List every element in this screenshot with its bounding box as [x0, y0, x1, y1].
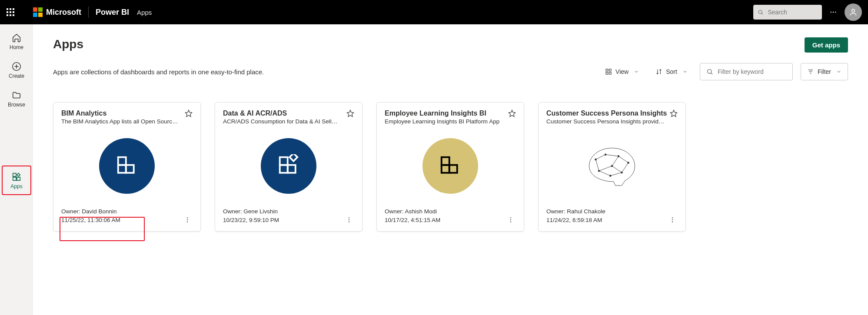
page-title: Apps: [53, 37, 83, 51]
app-timestamp: 10/17/22, 4:51:15 AM: [385, 216, 440, 225]
app-subtitle: Employee Learning Insights BI Platform A…: [385, 118, 506, 125]
app-title: Employee Learning Insights BI: [385, 109, 506, 117]
favorite-button[interactable]: [670, 109, 678, 117]
svg-marker-35: [509, 110, 515, 117]
app-subtitle: The BIM Analytics App lists all Open Sou…: [61, 118, 182, 125]
left-nav: Home Create Browse Apps: [0, 24, 33, 315]
star-icon: [346, 109, 354, 117]
global-search[interactable]: [753, 5, 822, 20]
search-icon: [758, 9, 763, 16]
ellipsis-icon: [829, 8, 837, 16]
app-card[interactable]: BIM Analytics The BIM Analytics App list…: [53, 102, 201, 232]
favorite-button[interactable]: [508, 109, 516, 117]
svg-rect-11: [17, 177, 20, 180]
app-title: Data & AI ACR/ADS: [223, 109, 344, 117]
app-more-button[interactable]: [667, 215, 678, 225]
app-owner: Owner: Gene Livshin: [223, 207, 279, 216]
svg-point-32: [349, 217, 349, 218]
svg-point-62: [672, 219, 673, 220]
ellipsis-vertical-icon: [346, 216, 353, 223]
brain-circuit-icon: [579, 140, 645, 192]
svg-point-2: [831, 12, 831, 13]
waffle-icon: [7, 8, 14, 16]
folder-icon: [12, 90, 21, 100]
svg-line-52: [605, 155, 619, 156]
svg-point-3: [833, 12, 834, 13]
app-card[interactable]: Data & AI ACR/ADS ACR/ADS Consumption fo…: [215, 102, 362, 232]
main-content: Apps Get apps Apps are collections of da…: [33, 24, 868, 315]
nav-apps[interactable]: Apps: [3, 168, 30, 194]
sort-icon: [655, 68, 662, 75]
user-avatar[interactable]: [845, 3, 862, 21]
nav-create-label: Create: [9, 73, 24, 79]
svg-point-0: [758, 10, 762, 14]
search-icon: [706, 68, 713, 75]
svg-rect-12: [606, 69, 608, 71]
app-title: BIM Analytics: [61, 109, 182, 117]
svg-line-1: [762, 13, 763, 15]
svg-rect-15: [609, 72, 611, 74]
product-title[interactable]: Power BI: [96, 8, 129, 17]
app-owner: Owner: Rahul Chakole: [546, 207, 605, 216]
app-more-button[interactable]: [506, 215, 516, 225]
ellipsis-vertical-icon: [184, 216, 191, 223]
svg-point-63: [672, 221, 673, 222]
app-card[interactable]: Employee Learning Insights BI Employee L…: [376, 102, 524, 232]
svg-point-39: [510, 217, 511, 218]
app-timestamp: 10/23/22, 9:59:10 PM: [223, 216, 279, 225]
svg-point-34: [349, 221, 349, 222]
svg-marker-42: [671, 110, 677, 117]
filter-button[interactable]: Filter: [801, 63, 848, 80]
app-card[interactable]: Customer Success Persona Insights Custom…: [538, 102, 686, 232]
svg-rect-13: [609, 69, 611, 71]
person-icon: [849, 8, 858, 17]
more-options-button[interactable]: [825, 3, 842, 21]
product-section: Apps: [137, 9, 152, 16]
plus-circle-icon: [12, 62, 21, 71]
app-timestamp: 11/25/22, 11:30:06 AM: [61, 216, 120, 225]
filter-keyword-input-wrap[interactable]: [700, 63, 793, 80]
get-apps-button[interactable]: Get apps: [805, 37, 848, 53]
topbar-divider: [88, 7, 89, 18]
svg-rect-22: [118, 157, 126, 165]
app-title: Customer Success Persona Insights: [546, 109, 667, 117]
svg-line-57: [612, 166, 622, 172]
app-owner: Owner: Ashish Modi: [385, 207, 440, 216]
svg-rect-38: [449, 165, 457, 173]
filter-icon: [807, 68, 814, 75]
svg-rect-23: [118, 165, 126, 173]
home-icon: [12, 33, 21, 43]
nav-create[interactable]: Create: [3, 57, 30, 83]
favorite-button[interactable]: [346, 109, 354, 117]
favorite-button[interactable]: [185, 109, 193, 117]
nav-browse-label: Browse: [8, 102, 25, 108]
svg-line-53: [619, 156, 629, 163]
app-more-button[interactable]: [182, 215, 193, 225]
nav-browse[interactable]: Browse: [3, 86, 30, 112]
microsoft-brand[interactable]: Microsoft: [33, 7, 81, 17]
app-icon-wrap: [546, 125, 678, 207]
sort-label: Sort: [666, 68, 677, 75]
app-launcher-button[interactable]: [0, 0, 21, 24]
nav-home[interactable]: Home: [3, 29, 30, 55]
app-more-button[interactable]: [344, 215, 354, 225]
svg-point-26: [187, 219, 188, 220]
svg-rect-29: [280, 157, 288, 165]
grid-icon: [605, 68, 612, 75]
svg-rect-36: [442, 157, 449, 165]
svg-rect-14: [606, 72, 608, 74]
app-subtitle: Customer Success Persona Insights provid…: [546, 118, 667, 125]
svg-point-27: [187, 221, 188, 222]
app-icon-wrap: [61, 125, 193, 207]
sort-dropdown[interactable]: Sort: [651, 66, 692, 78]
search-input[interactable]: [767, 8, 818, 16]
svg-point-25: [187, 217, 188, 218]
filter-keyword-input[interactable]: [717, 68, 786, 76]
svg-line-51: [596, 155, 606, 159]
svg-point-33: [349, 219, 349, 220]
microsoft-logo-icon: [33, 7, 43, 17]
svg-line-56: [612, 156, 619, 166]
svg-line-59: [610, 172, 622, 176]
view-dropdown[interactable]: View: [601, 66, 643, 78]
chevron-down-icon: [836, 69, 841, 74]
